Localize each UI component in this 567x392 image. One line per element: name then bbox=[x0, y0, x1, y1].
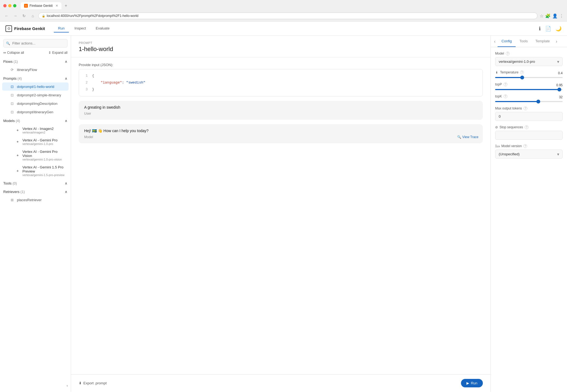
max-tokens-label: Max output tokens ? bbox=[495, 106, 563, 110]
model-version-config-row: 1₂₃ Model version ? (Unspecified) ▼ bbox=[495, 144, 563, 159]
maximize-dot[interactable] bbox=[13, 4, 16, 7]
tab-template[interactable]: Template bbox=[531, 36, 554, 47]
model-version-label: 1₂₃ Model version ? bbox=[495, 144, 563, 148]
bookmark-icon[interactable]: ☆ bbox=[540, 13, 544, 19]
model-label: Model ? bbox=[495, 52, 563, 55]
expand-all-button[interactable]: ⇕ Expand all bbox=[48, 51, 67, 55]
collapse-all-button[interactable]: ⇔ Collapse all bbox=[3, 51, 24, 55]
sidebar-item-itineraryGen[interactable]: ⊡ dotprompt/itineraryGen bbox=[2, 108, 69, 116]
model-version-info-icon[interactable]: ? bbox=[523, 144, 527, 148]
model-version-select[interactable]: (Unspecified) bbox=[495, 150, 563, 159]
stop-sequences-input[interactable] bbox=[495, 131, 563, 140]
panel-next-button[interactable]: › bbox=[554, 37, 559, 46]
model-message-bubble: Hej! 🇸🇪 👋 How can I help you today? Mode… bbox=[79, 124, 483, 143]
sidebar-item-imagen2[interactable]: ✦ Vertex AI - Imagen2 vertexai/imagen2 bbox=[2, 125, 69, 136]
search-input[interactable] bbox=[3, 39, 67, 47]
nav-evaluate[interactable]: Evaluate bbox=[91, 25, 114, 32]
topK-info-icon[interactable]: ? bbox=[504, 94, 507, 98]
expand-icon: ⇕ bbox=[48, 51, 51, 55]
models-chevron: ∧ bbox=[65, 119, 67, 123]
tools-section-header[interactable]: Tools (0) ∧ bbox=[0, 180, 71, 187]
model-select[interactable]: vertexai/gemini-1.0-pro bbox=[495, 57, 563, 66]
stop-sequences-config-row: ⊘ Stop sequences ? bbox=[495, 125, 563, 140]
sidebar-item-gemini-pro[interactable]: ✦ Vertex AI - Gemini Pro vertexai/gemini… bbox=[2, 136, 69, 147]
trace-icon: 🔍 bbox=[457, 135, 461, 139]
theme-icon[interactable]: 🌙 bbox=[556, 26, 562, 32]
model-message-text: Hej! 🇸🇪 👋 How can I help you today? bbox=[84, 129, 477, 133]
prompts-chevron: ∧ bbox=[65, 76, 67, 81]
topK-slider[interactable] bbox=[495, 101, 563, 102]
panel-prev-button[interactable]: ‹ bbox=[492, 37, 498, 46]
tab-config[interactable]: Config bbox=[498, 36, 516, 47]
extensions-icon[interactable]: 🧩 bbox=[545, 13, 551, 19]
sidebar-item-2-simple-itinerary[interactable]: ⊡ dotprompt/2-simple-itinerary bbox=[2, 91, 69, 99]
sidebar-item-gemini-pro-vision[interactable]: ✦ Vertex AI - Gemini Pro Vision vertexai… bbox=[2, 148, 69, 163]
sidebar-item-1-hello-world[interactable]: ⊡ dotprompt/1-hello-world bbox=[2, 82, 69, 91]
logo-icon: ⬡ bbox=[5, 25, 12, 32]
run-button[interactable]: ▶ Run bbox=[461, 379, 483, 387]
lock-icon: 🔒 bbox=[42, 14, 45, 17]
sidebar-item-imgDescription[interactable]: ⊡ dotprompt/imgDescription bbox=[2, 99, 69, 108]
models-section-header[interactable]: Models (4) ∧ bbox=[0, 117, 71, 124]
code-editor[interactable]: 1 { 2 "language": "swedish" 3 } bbox=[79, 69, 483, 96]
prompt-icon-2: ⊡ bbox=[10, 93, 14, 97]
export-icon: ⬇ bbox=[79, 381, 82, 385]
close-dot[interactable] bbox=[3, 4, 7, 7]
home-button[interactable]: ⌂ bbox=[30, 13, 36, 19]
forward-button[interactable]: → bbox=[12, 13, 19, 19]
temperature-info-icon[interactable]: ? bbox=[520, 70, 524, 74]
stop-sequences-info-icon[interactable]: ? bbox=[525, 125, 528, 129]
menu-icon[interactable]: ⋮ bbox=[559, 13, 564, 19]
header-actions: ℹ 📄 🌙 bbox=[539, 26, 562, 32]
sidebar-section-prompts: Prompts (4) ∧ ⊡ dotprompt/1-hello-world … bbox=[0, 75, 71, 116]
prompt-body: Provide input (JSON): 1 { 2 "language": … bbox=[71, 57, 490, 374]
model-icon-4: ✦ bbox=[15, 169, 20, 173]
address-bar[interactable]: 🔒 localhost:4000/run/%2Fprompt%2Fdotprom… bbox=[38, 13, 537, 19]
prompts-section-header[interactable]: Prompts (4) ∧ bbox=[0, 75, 71, 82]
nav-inspect[interactable]: Inspect bbox=[70, 25, 90, 32]
sidebar-item-itineraryFlow[interactable]: ⟳ itineraryFlow bbox=[2, 66, 69, 74]
flows-section-header[interactable]: Flows (1) ∧ bbox=[0, 58, 71, 65]
nav-run[interactable]: Run bbox=[54, 25, 69, 32]
collapse-icon: ⇔ bbox=[3, 51, 6, 55]
sidebar-section-flows: Flows (1) ∧ ⟳ itineraryFlow bbox=[0, 58, 71, 74]
max-tokens-input[interactable] bbox=[495, 112, 563, 121]
tools-chevron: ∧ bbox=[65, 181, 67, 185]
model-info-icon[interactable]: ? bbox=[506, 52, 510, 55]
models-label: Models (4) bbox=[3, 119, 20, 123]
docs-icon[interactable]: 📄 bbox=[545, 26, 551, 32]
minimize-dot[interactable] bbox=[8, 4, 11, 7]
profile-icon[interactable]: 👤 bbox=[552, 13, 558, 19]
browser-tab[interactable]: G Firebase Genkit ✕ bbox=[21, 2, 61, 9]
app-logo: ⬡ Firebase Genkit bbox=[5, 25, 45, 32]
new-tab-button[interactable]: + bbox=[65, 3, 67, 8]
max-tokens-info-icon[interactable]: ? bbox=[524, 106, 527, 110]
stop-icon: ⊘ bbox=[495, 125, 498, 129]
bottom-bar: ⬇ Export .prompt ▶ Run bbox=[71, 374, 490, 392]
model-version-select-wrapper: (Unspecified) ▼ bbox=[495, 150, 563, 159]
collapse-sidebar-button[interactable]: ‹ bbox=[67, 384, 68, 388]
tab-favicon: G bbox=[24, 4, 28, 8]
topP-slider[interactable] bbox=[495, 89, 563, 90]
tab-close[interactable]: ✕ bbox=[55, 4, 58, 8]
export-button[interactable]: ⬇ Export .prompt bbox=[79, 381, 107, 385]
view-trace-button[interactable]: 🔍 View Trace bbox=[457, 135, 478, 139]
sidebar-item-placesRetriever[interactable]: ⊞ placesRetriever bbox=[2, 196, 69, 204]
retriever-icon: ⊞ bbox=[10, 198, 14, 202]
info-icon[interactable]: ℹ bbox=[539, 26, 541, 32]
topP-config-row: topP ? 0.95 bbox=[495, 82, 563, 90]
right-panel: ‹ Config Tools Template › Model ? bbox=[490, 36, 567, 392]
tab-tools[interactable]: Tools bbox=[516, 36, 531, 47]
temperature-slider[interactable] bbox=[495, 77, 563, 78]
sidebar-section-retrievers: Retrievers (1) ∧ ⊞ placesRetriever bbox=[0, 188, 71, 204]
sidebar-item-gemini-15-pro[interactable]: ✦ Vertex AI - Gemini 1.5 Pro Preview ver… bbox=[2, 163, 69, 179]
reload-button[interactable]: ↻ bbox=[21, 13, 27, 19]
code-line-3: 3 } bbox=[79, 86, 483, 93]
model-role: Model bbox=[84, 135, 477, 139]
app-header: ⬡ Firebase Genkit Run Inspect Evaluate ℹ… bbox=[0, 22, 567, 36]
retrievers-section-header[interactable]: Retrievers (1) ∧ bbox=[0, 188, 71, 195]
topP-info-icon[interactable]: ? bbox=[504, 82, 507, 86]
flows-chevron: ∧ bbox=[65, 60, 67, 64]
back-button[interactable]: ← bbox=[3, 13, 10, 19]
topK-label: topK ? bbox=[495, 94, 507, 98]
